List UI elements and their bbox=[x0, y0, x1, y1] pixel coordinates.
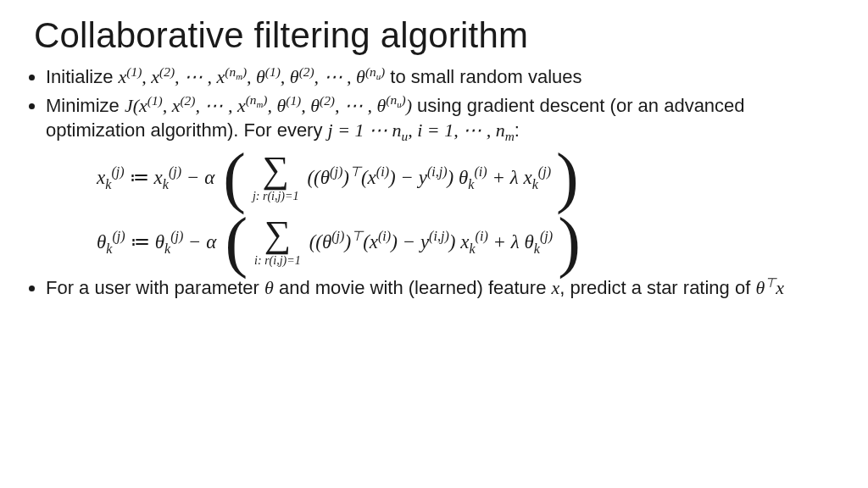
slide-title: Collaborative filtering algorithm bbox=[34, 15, 834, 56]
equation-x-update: xk(j) ≔ xk(j) − α ( ∑ j: r(i,j)=1 ((θ(j)… bbox=[97, 147, 834, 208]
right-paren-icon: ) bbox=[556, 211, 582, 272]
left-paren-icon: ( bbox=[223, 211, 249, 272]
bullet2-colon: : bbox=[515, 119, 520, 141]
bullet2-math: J(x(1), x(2), ⋯ , x(nm), θ(1), θ(2), ⋯ ,… bbox=[125, 95, 412, 116]
eq1-rhs1: xk(j) − α bbox=[154, 164, 220, 191]
bullet2-range: j = 1 ⋯ nu, i = 1, ⋯ , nm bbox=[328, 119, 515, 141]
eq2-lhs: θk(j) bbox=[97, 229, 131, 255]
summation-icon: ∑ i: r(i,j)=1 bbox=[249, 216, 306, 267]
eq1-lhs: xk(j) bbox=[97, 164, 130, 191]
eq2-assign: ≔ bbox=[131, 229, 155, 255]
bullet1-suffix: to small random values bbox=[385, 66, 581, 87]
bullet3-suffix: , predict a star rating of bbox=[559, 277, 755, 298]
left-paren-icon: ( bbox=[221, 147, 248, 208]
bullet3-thetaTx: θ⊤x bbox=[755, 277, 784, 298]
eq1-paren: ( ∑ j: r(i,j)=1 ((θ(j))⊤(x(i)) − y(i,j))… bbox=[221, 147, 580, 208]
bullet3-theta: θ bbox=[264, 277, 274, 298]
bullet3-prefix: For a user with parameter bbox=[46, 277, 264, 298]
eq1-sum-limit: j: r(i,j)=1 bbox=[253, 191, 299, 202]
eq2-rhs1: θk(j) − α bbox=[155, 229, 222, 255]
bullet-initialize: Initialize x(1), x(2), ⋯ , x(nm), θ(1), … bbox=[46, 64, 834, 90]
update-equations: xk(j) ≔ xk(j) − α ( ∑ j: r(i,j)=1 ((θ(j)… bbox=[97, 147, 834, 272]
eq1-assign: ≔ bbox=[130, 164, 154, 191]
equation-theta-update: θk(j) ≔ θk(j) − α ( ∑ i: r(i,j)=1 ((θ(j)… bbox=[97, 211, 834, 272]
bullet-list: Initialize x(1), x(2), ⋯ , x(nm), θ(1), … bbox=[46, 64, 834, 301]
eq2-sum-limit: i: r(i,j)=1 bbox=[254, 255, 301, 267]
bullet3-x: x bbox=[552, 277, 560, 298]
eq2-inner: ((θ(j))⊤(x(i)) − y(i,j)) xk(i) + λ θk(j) bbox=[306, 229, 557, 255]
bullet-predict: For a user with parameter θ and movie wi… bbox=[46, 275, 834, 301]
bullet2-prefix: Minimize bbox=[46, 95, 125, 116]
summation-icon: ∑ j: r(i,j)=1 bbox=[248, 152, 304, 202]
slide: Collaborative filtering algorithm Initia… bbox=[0, 0, 868, 488]
right-paren-icon: ) bbox=[554, 147, 581, 208]
bullet-minimize: Minimize J(x(1), x(2), ⋯ , x(nm), θ(1), … bbox=[46, 93, 834, 272]
bullet1-prefix: Initialize bbox=[46, 66, 119, 87]
eq2-paren: ( ∑ i: r(i,j)=1 ((θ(j))⊤(x(i)) − y(i,j))… bbox=[223, 211, 581, 272]
bullet1-math: x(1), x(2), ⋯ , x(nm), θ(1), θ(2), ⋯ , θ… bbox=[119, 66, 386, 87]
eq1-inner: ((θ(j))⊤(x(i)) − y(i,j)) θk(i) + λ xk(j) bbox=[303, 164, 554, 191]
bullet3-mid: and movie with (learned) feature bbox=[274, 277, 552, 298]
